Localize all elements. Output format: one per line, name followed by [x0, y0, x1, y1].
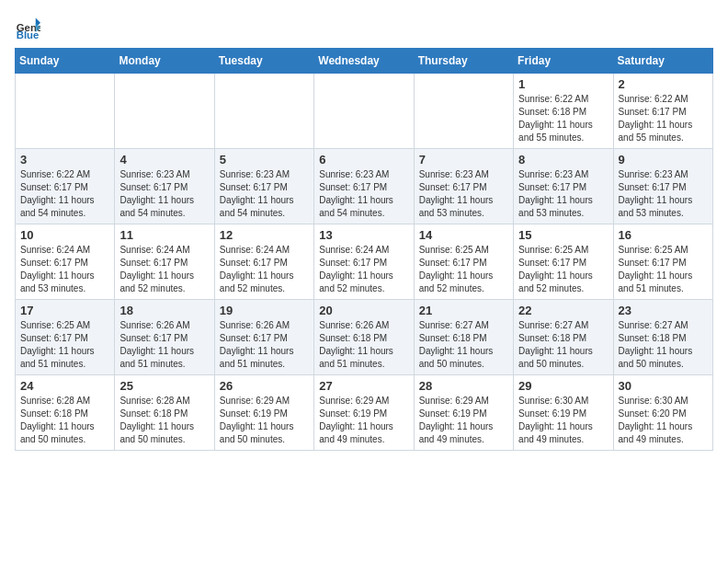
weekday-header-tuesday: Tuesday [214, 49, 313, 74]
day-number: 6 [319, 153, 408, 167]
day-info: Sunrise: 6:25 AM Sunset: 6:17 PM Dayligh… [619, 244, 708, 295]
day-info: Sunrise: 6:23 AM Sunset: 6:17 PM Dayligh… [619, 168, 708, 220]
calendar-cell: 20Sunrise: 6:26 AM Sunset: 6:18 PM Dayli… [314, 300, 414, 375]
day-number: 3 [20, 153, 109, 167]
calendar-cell: 19Sunrise: 6:26 AM Sunset: 6:17 PM Dayli… [214, 300, 313, 375]
weekday-header-thursday: Thursday [414, 49, 513, 74]
day-info: Sunrise: 6:26 AM Sunset: 6:18 PM Dayligh… [319, 319, 408, 371]
calendar-cell: 9Sunrise: 6:23 AM Sunset: 6:17 PM Daylig… [613, 149, 712, 224]
calendar-cell: 3Sunrise: 6:22 AM Sunset: 6:17 PM Daylig… [16, 149, 115, 224]
calendar-cell: 17Sunrise: 6:25 AM Sunset: 6:17 PM Dayli… [16, 300, 115, 375]
day-info: Sunrise: 6:24 AM Sunset: 6:17 PM Dayligh… [20, 244, 109, 295]
day-info: Sunrise: 6:25 AM Sunset: 6:17 PM Dayligh… [20, 319, 109, 371]
day-number: 7 [419, 153, 508, 167]
day-number: 18 [119, 304, 209, 317]
calendar-cell: 8Sunrise: 6:23 AM Sunset: 6:17 PM Daylig… [514, 149, 613, 224]
day-info: Sunrise: 6:23 AM Sunset: 6:17 PM Dayligh… [119, 168, 209, 220]
day-info: Sunrise: 6:24 AM Sunset: 6:17 PM Dayligh… [220, 244, 309, 295]
day-number: 20 [319, 304, 408, 317]
calendar-cell: 25Sunrise: 6:28 AM Sunset: 6:18 PM Dayli… [115, 375, 214, 451]
calendar-cell: 16Sunrise: 6:25 AM Sunset: 6:17 PM Dayli… [613, 224, 712, 300]
calendar-cell: 4Sunrise: 6:23 AM Sunset: 6:17 PM Daylig… [115, 149, 214, 224]
calendar-cell [314, 74, 414, 149]
calendar-week-4: 17Sunrise: 6:25 AM Sunset: 6:17 PM Dayli… [16, 300, 713, 375]
day-number: 25 [119, 379, 209, 393]
day-info: Sunrise: 6:23 AM Sunset: 6:17 PM Dayligh… [319, 168, 408, 220]
svg-text:Blue: Blue [17, 29, 40, 40]
calendar-cell: 13Sunrise: 6:24 AM Sunset: 6:17 PM Dayli… [314, 224, 414, 300]
day-info: Sunrise: 6:27 AM Sunset: 6:18 PM Dayligh… [419, 319, 508, 371]
calendar-cell: 29Sunrise: 6:30 AM Sunset: 6:19 PM Dayli… [514, 375, 613, 451]
weekday-header-friday: Friday [514, 49, 613, 74]
day-number: 15 [518, 228, 608, 242]
calendar-table: SundayMondayTuesdayWednesdayThursdayFrid… [15, 48, 713, 451]
day-number: 27 [319, 379, 408, 393]
calendar-cell [414, 74, 513, 149]
day-info: Sunrise: 6:22 AM Sunset: 6:17 PM Dayligh… [619, 93, 708, 144]
calendar-week-1: 1Sunrise: 6:22 AM Sunset: 6:18 PM Daylig… [16, 74, 713, 149]
day-number: 4 [119, 153, 209, 167]
weekday-header-sunday: Sunday [16, 49, 115, 74]
day-number: 5 [220, 153, 309, 167]
calendar-cell [16, 74, 115, 149]
day-info: Sunrise: 6:26 AM Sunset: 6:17 PM Dayligh… [220, 319, 309, 371]
day-number: 30 [619, 379, 708, 393]
day-number: 12 [220, 228, 309, 242]
calendar-cell: 22Sunrise: 6:27 AM Sunset: 6:18 PM Dayli… [514, 300, 613, 375]
day-info: Sunrise: 6:24 AM Sunset: 6:17 PM Dayligh… [319, 244, 408, 295]
calendar-cell: 27Sunrise: 6:29 AM Sunset: 6:19 PM Dayli… [314, 375, 414, 451]
day-info: Sunrise: 6:22 AM Sunset: 6:17 PM Dayligh… [20, 168, 109, 220]
day-number: 16 [619, 228, 708, 242]
calendar-cell [115, 74, 214, 149]
calendar-cell: 28Sunrise: 6:29 AM Sunset: 6:19 PM Dayli… [414, 375, 513, 451]
calendar-cell: 15Sunrise: 6:25 AM Sunset: 6:17 PM Dayli… [514, 224, 613, 300]
weekday-header-wednesday: Wednesday [314, 49, 414, 74]
calendar-week-3: 10Sunrise: 6:24 AM Sunset: 6:17 PM Dayli… [16, 224, 713, 300]
calendar-cell: 10Sunrise: 6:24 AM Sunset: 6:17 PM Dayli… [16, 224, 115, 300]
day-number: 28 [419, 379, 508, 393]
calendar-week-2: 3Sunrise: 6:22 AM Sunset: 6:17 PM Daylig… [16, 149, 713, 224]
day-info: Sunrise: 6:25 AM Sunset: 6:17 PM Dayligh… [419, 244, 508, 295]
day-number: 9 [619, 153, 708, 167]
day-info: Sunrise: 6:29 AM Sunset: 6:19 PM Dayligh… [419, 395, 508, 446]
day-number: 11 [119, 228, 209, 242]
day-number: 13 [319, 228, 408, 242]
day-number: 21 [419, 304, 508, 317]
day-info: Sunrise: 6:28 AM Sunset: 6:18 PM Dayligh… [20, 395, 109, 446]
day-info: Sunrise: 6:30 AM Sunset: 6:19 PM Dayligh… [518, 395, 608, 446]
day-number: 24 [20, 379, 109, 393]
day-number: 1 [518, 77, 608, 91]
calendar-cell: 5Sunrise: 6:23 AM Sunset: 6:17 PM Daylig… [214, 149, 313, 224]
day-info: Sunrise: 6:26 AM Sunset: 6:17 PM Dayligh… [119, 319, 209, 371]
day-number: 14 [419, 228, 508, 242]
weekday-header-row: SundayMondayTuesdayWednesdayThursdayFrid… [16, 49, 713, 74]
day-number: 8 [518, 153, 608, 167]
calendar-cell [214, 74, 313, 149]
calendar-cell: 23Sunrise: 6:27 AM Sunset: 6:18 PM Dayli… [613, 300, 712, 375]
day-info: Sunrise: 6:23 AM Sunset: 6:17 PM Dayligh… [518, 168, 608, 220]
calendar-cell: 30Sunrise: 6:30 AM Sunset: 6:20 PM Dayli… [613, 375, 712, 451]
day-info: Sunrise: 6:24 AM Sunset: 6:17 PM Dayligh… [119, 244, 209, 295]
day-info: Sunrise: 6:22 AM Sunset: 6:18 PM Dayligh… [518, 93, 608, 144]
calendar-cell: 24Sunrise: 6:28 AM Sunset: 6:18 PM Dayli… [16, 375, 115, 451]
day-info: Sunrise: 6:28 AM Sunset: 6:18 PM Dayligh… [119, 395, 209, 446]
logo-icon: General Blue [15, 15, 40, 40]
day-info: Sunrise: 6:30 AM Sunset: 6:20 PM Dayligh… [619, 395, 708, 446]
day-number: 23 [619, 304, 708, 317]
calendar-cell: 18Sunrise: 6:26 AM Sunset: 6:17 PM Dayli… [115, 300, 214, 375]
day-number: 26 [220, 379, 309, 393]
page-header: General Blue [15, 15, 713, 40]
day-number: 17 [20, 304, 109, 317]
day-info: Sunrise: 6:27 AM Sunset: 6:18 PM Dayligh… [518, 319, 608, 371]
calendar-cell: 2Sunrise: 6:22 AM Sunset: 6:17 PM Daylig… [613, 74, 712, 149]
logo: General Blue [15, 15, 44, 40]
day-number: 2 [619, 77, 708, 91]
weekday-header-saturday: Saturday [613, 49, 712, 74]
calendar-cell: 7Sunrise: 6:23 AM Sunset: 6:17 PM Daylig… [414, 149, 513, 224]
day-info: Sunrise: 6:27 AM Sunset: 6:18 PM Dayligh… [619, 319, 708, 371]
day-info: Sunrise: 6:29 AM Sunset: 6:19 PM Dayligh… [319, 395, 408, 446]
calendar-week-5: 24Sunrise: 6:28 AM Sunset: 6:18 PM Dayli… [16, 375, 713, 451]
day-info: Sunrise: 6:23 AM Sunset: 6:17 PM Dayligh… [220, 168, 309, 220]
calendar-cell: 21Sunrise: 6:27 AM Sunset: 6:18 PM Dayli… [414, 300, 513, 375]
day-info: Sunrise: 6:25 AM Sunset: 6:17 PM Dayligh… [518, 244, 608, 295]
